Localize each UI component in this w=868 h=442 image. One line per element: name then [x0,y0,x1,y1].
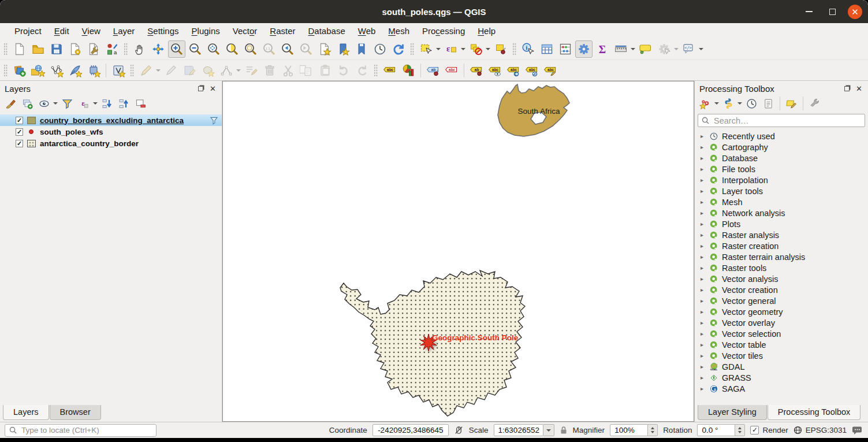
toolbox-item[interactable]: ▸Vector selection [695,328,868,339]
scripts-button[interactable] [721,96,736,112]
menu-help[interactable]: Help [471,25,502,37]
menu-view[interactable]: View [76,25,107,37]
expand-caret-icon[interactable]: ▸ [701,243,706,249]
expand-caret-icon[interactable]: ▸ [701,320,706,326]
layer-visibility-checkbox[interactable]: ✓ [16,117,23,124]
toolbox-item[interactable]: ▸Database [695,153,868,164]
expand-caret-icon[interactable]: ▸ [701,265,706,271]
magnifier-value[interactable]: 100% [610,424,648,436]
menu-database[interactable]: Database [302,25,352,37]
toolbox-item[interactable]: ▸Plots [695,218,868,229]
menu-processing[interactable]: Processing [416,25,471,37]
filter-by-expression-dropdown[interactable] [92,95,98,112]
toolbox-item[interactable]: ▸GRASS [695,372,868,383]
tab-layers[interactable]: Layers [3,405,49,420]
toolbar-grip[interactable] [512,43,516,55]
zoom-to-selection-button[interactable] [223,40,241,58]
measure-line-dropdown[interactable] [630,40,635,58]
expand-caret-icon[interactable]: ▸ [701,188,706,194]
layout-manager-button[interactable] [85,40,102,58]
close-button[interactable]: ✕ [848,5,862,19]
add-group-button[interactable] [20,96,35,112]
mouse-extents-icon[interactable] [454,425,464,435]
field-calculator-button[interactable] [557,40,574,58]
toolbox-item[interactable]: ▸Interpolation [695,174,868,185]
scripts-dropdown[interactable] [737,95,742,112]
expand-caret-icon[interactable]: ▸ [701,221,706,227]
expand-caret-icon[interactable]: ▸ [701,177,706,183]
close-panel-button[interactable]: ✕ [855,84,863,93]
pan-to-selection-button[interactable] [150,40,167,58]
select-features-dropdown[interactable] [435,40,441,58]
toolbox-item[interactable]: ▸Vector geometry [695,306,868,317]
lock-scale-icon[interactable] [560,426,568,434]
toolbox-search-input[interactable] [713,116,861,126]
pan-map-button[interactable] [131,40,148,58]
new-print-layout-button[interactable] [66,40,84,58]
new-spatialite-layer-button[interactable] [66,62,84,79]
expand-caret-icon[interactable]: ▸ [701,330,706,337]
new-geopackage-layer-button[interactable] [29,62,47,79]
toolbar-grip[interactable] [3,64,8,77]
float-panel-button[interactable] [196,84,205,93]
magnifier-spinbox[interactable]: 100% [610,424,658,436]
expand-caret-icon[interactable]: ▸ [701,352,706,359]
layer-row[interactable]: ✓antarctica_country_border [0,138,222,149]
new-shapefile-layer-button[interactable] [48,62,65,79]
expand-caret-icon[interactable]: ▸ [701,309,706,315]
processing-toolbox-toggle-button[interactable] [575,40,593,58]
collapse-all-button[interactable] [116,96,132,112]
toolbar-grip[interactable] [3,43,8,55]
map-tips-button[interactable] [637,40,654,58]
menu-layer[interactable]: Layer [107,25,141,37]
toolbox-item[interactable]: ▸Vector table [695,339,868,350]
change-label-properties-button[interactable]: abc [542,62,559,79]
style-manager-button[interactable]: a [103,40,121,58]
layer-visibility-checkbox[interactable]: ✓ [16,140,23,147]
new-scratch-layer-button[interactable] [85,62,102,79]
menu-mesh[interactable]: Mesh [382,25,416,37]
expand-caret-icon[interactable]: ▸ [701,276,706,282]
toolbox-item[interactable]: ▸Vector tiles [695,350,868,361]
layer-row[interactable]: ✓country_borders_excluding_antarctica [0,114,222,126]
menu-vector[interactable]: Vector [226,25,264,37]
data-source-manager-button[interactable] [11,62,28,79]
scale-value[interactable]: 1:63026552 [494,424,543,436]
toolbox-item[interactable]: ▸Raster analysis [695,229,868,240]
toolbox-item[interactable]: ▸Raster terrain analysis [695,251,868,262]
open-layer-styling-button[interactable] [3,96,18,112]
refresh-button[interactable] [390,40,407,58]
highlight-pinned-labels-button[interactable]: abc [443,62,460,79]
scale-combo[interactable]: 1:63026552 [494,424,554,436]
map-canvas[interactable]: South Africa Geographic South Pole [222,81,694,422]
close-panel-button[interactable]: ✕ [208,84,217,93]
maximize-button[interactable] [825,4,840,19]
zoom-full-button[interactable] [205,40,222,58]
rotation-spinbox[interactable]: 0.0 ° [697,424,745,436]
expand-caret-icon[interactable]: ▸ [701,232,706,238]
deselect-features-dropdown[interactable] [485,40,490,58]
remove-layer-button[interactable] [133,96,148,112]
toolbox-item[interactable]: ▸Vector creation [695,284,868,295]
layer-visibility-checkbox[interactable]: ✓ [16,128,23,136]
identify-features-button[interactable]: i [520,40,537,58]
toolbox-item[interactable]: ▸Cartography [695,142,868,153]
expand-caret-icon[interactable]: ▸ [701,374,706,381]
pin-unpin-labels-button[interactable]: ab [424,62,442,79]
move-label-diagram-button[interactable]: abc [505,62,522,79]
expand-caret-icon[interactable]: ▸ [701,199,706,205]
save-project-button[interactable] [48,40,65,58]
toolbox-item[interactable]: ▸Vector analysis [695,273,868,284]
move-label-button[interactable]: ab [468,62,485,79]
layer-row[interactable]: ✓south_poles_wfs [0,126,222,138]
show-hide-labels-button[interactable]: abc [486,62,504,79]
open-project-button[interactable] [29,40,47,58]
layer-filter-icon[interactable] [210,116,218,125]
toolbox-search[interactable] [698,114,865,127]
edit-features-inplace-button[interactable] [784,96,799,112]
expand-all-button[interactable] [99,96,115,112]
tab-browser[interactable]: Browser [50,405,101,420]
expand-caret-icon[interactable]: ▸ [701,287,706,293]
new-virtual-layer-button[interactable] [110,62,127,79]
toolbox-item[interactable]: ▸Recently used [695,131,868,142]
